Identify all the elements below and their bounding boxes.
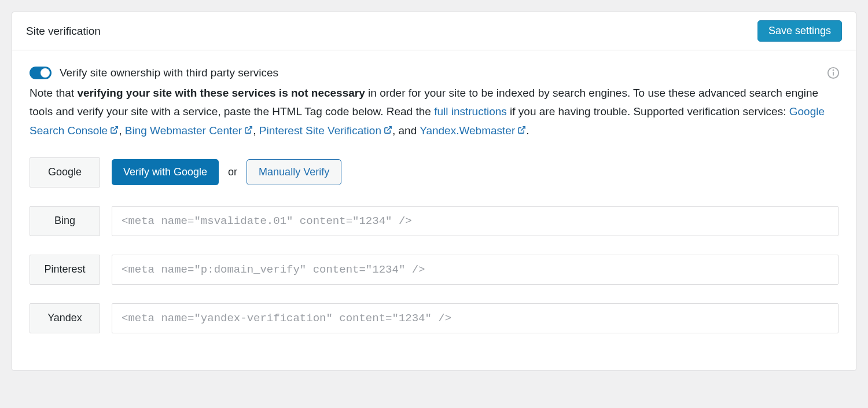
- pinterest-verification-link[interactable]: Pinterest Site Verification: [259, 124, 381, 137]
- panel-body: Verify site ownership with third party s…: [12, 50, 856, 370]
- toggle-label: Verify site ownership with third party s…: [60, 67, 278, 79]
- desc-part: Note that: [30, 87, 77, 99]
- svg-line-5: [387, 126, 391, 130]
- svg-line-6: [521, 126, 525, 130]
- yandex-input[interactable]: [112, 303, 838, 333]
- pinterest-row: Pinterest: [30, 255, 838, 285]
- svg-point-2: [833, 70, 834, 71]
- desc-part: if you are having trouble. Supported ver…: [507, 105, 789, 117]
- verify-with-google-button[interactable]: Verify with Google: [112, 159, 219, 185]
- save-settings-button[interactable]: Save settings: [757, 20, 842, 42]
- desc-bold: verifying your site with these services …: [77, 87, 365, 99]
- external-link-icon: [384, 122, 392, 130]
- desc-sep: ,: [253, 124, 259, 137]
- google-row: Google Verify with Google or Manually Ve…: [30, 157, 838, 188]
- manually-verify-button[interactable]: Manually Verify: [247, 159, 341, 185]
- google-actions: Verify with Google or Manually Verify: [112, 157, 341, 188]
- yandex-row: Yandex: [30, 303, 838, 333]
- external-link-icon: [244, 122, 253, 130]
- external-link-icon: [517, 122, 526, 130]
- full-instructions-link[interactable]: full instructions: [434, 105, 507, 117]
- svg-line-4: [248, 126, 252, 130]
- yandex-label: Yandex: [30, 303, 100, 333]
- bing-label: Bing: [30, 206, 100, 236]
- toggle-row: Verify site ownership with third party s…: [30, 67, 838, 79]
- panel-header: Site verification Save settings: [12, 12, 856, 50]
- external-link-icon: [110, 122, 119, 130]
- google-label: Google: [30, 157, 100, 188]
- or-text: or: [228, 166, 237, 178]
- verify-toggle[interactable]: [30, 67, 52, 79]
- bing-webmaster-link[interactable]: Bing Webmaster Center: [125, 124, 242, 137]
- pinterest-label: Pinterest: [30, 255, 100, 285]
- desc-sep: ,: [119, 124, 125, 137]
- svg-line-3: [113, 126, 117, 130]
- info-icon[interactable]: [827, 67, 840, 79]
- bing-input[interactable]: [112, 206, 838, 236]
- site-verification-panel: Site verification Save settings Verify s…: [12, 12, 856, 371]
- description-text: Note that verifying your site with these…: [30, 84, 838, 140]
- panel-title: Site verification: [26, 25, 101, 38]
- yandex-webmaster-link[interactable]: Yandex.Webmaster: [420, 124, 515, 137]
- desc-period: .: [526, 124, 529, 137]
- bing-row: Bing: [30, 206, 838, 236]
- toggle-knob: [41, 68, 50, 78]
- desc-sep: , and: [392, 124, 420, 137]
- pinterest-input[interactable]: [112, 255, 838, 285]
